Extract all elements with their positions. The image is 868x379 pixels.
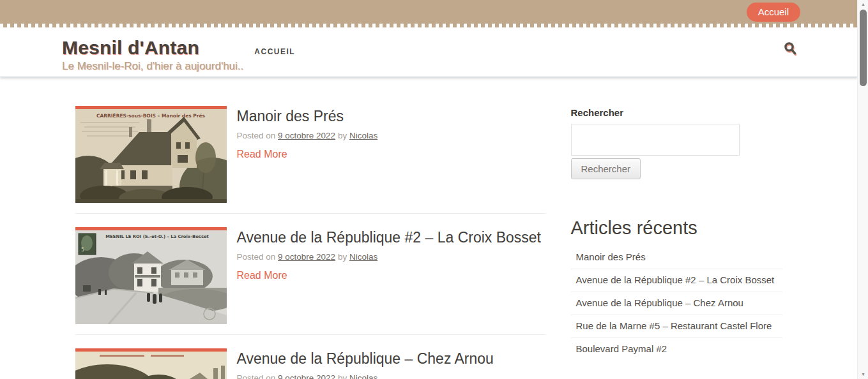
main-nav: ACCUEIL: [254, 45, 295, 57]
top-bar: Accueil: [0, 0, 857, 24]
post-date-link[interactable]: 9 octobre 2022: [278, 373, 335, 379]
post-date-link[interactable]: 9 octobre 2022: [278, 252, 335, 262]
list-item: Avenue de la République – Chez Arnou: [571, 292, 782, 315]
read-more-link[interactable]: Read More: [237, 149, 287, 160]
list-item: Rue de la Marne #5 – Restaurant Castel F…: [571, 315, 782, 338]
post-author-link[interactable]: Nicolas: [349, 252, 377, 262]
svg-text:MESNIL LE ROI (S.-et-O.) – L: MESNIL LE ROI (S.-et-O.) – La Croix-Boss…: [105, 234, 209, 239]
by-label: by: [338, 131, 347, 140]
post-item: Avenue de la République – Chez Arnou Pos…: [75, 348, 545, 379]
postcard-image-chez-arnou: [75, 352, 227, 379]
sidebar-search-label: Rechercher: [571, 107, 782, 118]
post-item: MESNIL LE ROI (S.-et-O.) – La Croix-Boss…: [75, 227, 545, 335]
recent-articles-heading: Articles récents: [571, 218, 782, 239]
recent-post-link[interactable]: Boulevard Paymal #2: [576, 343, 667, 354]
sidebar: Rechercher Rechercher Articles récents M…: [571, 106, 782, 379]
post-author-link[interactable]: Nicolas: [349, 131, 377, 140]
post-meta: Posted on 9 octobre 2022 by Nicolas: [237, 373, 494, 379]
search-icon[interactable]: [784, 42, 799, 60]
post-list: CARRIÈRES-sous-BOIS – Manoir des Prés: [75, 106, 545, 379]
recent-articles-list: Manoir des Prés Avenue de la République …: [571, 246, 782, 360]
scrollbar-up-arrow[interactable]: ▲: [858, 0, 868, 9]
by-label: by: [338, 373, 347, 379]
post-title[interactable]: Manoir des Prés: [237, 107, 378, 126]
post-thumbnail[interactable]: [75, 348, 227, 379]
post-title[interactable]: Avenue de la République – Chez Arnou: [237, 350, 494, 368]
by-label: by: [338, 252, 347, 262]
recent-post-link[interactable]: Rue de la Marne #5 – Restaurant Castel F…: [576, 320, 772, 331]
site-header: Mesnil d'Antan Le Mesnil-le-Roi, d'hier …: [0, 27, 857, 77]
posted-on-label: Posted on: [237, 252, 276, 262]
postcard-image-manoir: CARRIÈRES-sous-BOIS – Manoir des Prés: [75, 109, 227, 203]
site-tagline: Le Mesnil-le-Roi, d'hier à aujourd'hui..: [62, 60, 243, 73]
posted-on-label: Posted on: [237, 131, 276, 140]
site-title[interactable]: Mesnil d'Antan: [62, 37, 243, 58]
post-meta: Posted on 9 octobre 2022 by Nicolas: [237, 252, 542, 262]
search-widget: Rechercher Rechercher: [571, 107, 782, 179]
site-branding: Mesnil d'Antan Le Mesnil-le-Roi, d'hier …: [58, 27, 243, 73]
scrollbar-down-arrow[interactable]: ▼: [858, 370, 868, 379]
recent-post-link[interactable]: Avenue de la République #2 – La Croix Bo…: [576, 274, 775, 285]
recent-post-link[interactable]: Avenue de la République – Chez Arnou: [576, 297, 743, 308]
topbar-accueil-button[interactable]: Accueil: [747, 3, 800, 22]
list-item: Boulevard Paymal #2: [571, 338, 782, 360]
scrollbar-thumb[interactable]: [860, 10, 867, 86]
recent-post-link[interactable]: Manoir des Prés: [576, 251, 646, 262]
post-meta: Posted on 9 octobre 2022 by Nicolas: [237, 131, 378, 140]
post-author-link[interactable]: Nicolas: [349, 373, 377, 379]
read-more-link[interactable]: Read More: [237, 270, 287, 281]
svg-text:5: 5: [81, 247, 84, 253]
post-thumbnail[interactable]: CARRIÈRES-sous-BOIS – Manoir des Prés: [75, 106, 227, 203]
sidebar-search-input[interactable]: [571, 124, 740, 156]
list-item: Avenue de la République #2 – La Croix Bo…: [571, 269, 782, 292]
sidebar-search-button[interactable]: Rechercher: [571, 158, 641, 179]
nav-item-accueil[interactable]: ACCUEIL: [254, 47, 295, 56]
post-item: CARRIÈRES-sous-BOIS – Manoir des Prés: [75, 106, 545, 214]
posted-on-label: Posted on: [237, 373, 276, 379]
post-thumbnail[interactable]: MESNIL LE ROI (S.-et-O.) – La Croix-Boss…: [75, 227, 227, 324]
postcard-image-croix-bosset: MESNIL LE ROI (S.-et-O.) – La Croix-Boss…: [75, 230, 227, 324]
list-item: Manoir des Prés: [571, 246, 782, 269]
post-title[interactable]: Avenue de la République #2 – La Croix Bo…: [237, 228, 542, 247]
post-date-link[interactable]: 9 octobre 2022: [278, 131, 335, 140]
search-icon-glyph: [784, 42, 798, 57]
page-root: Accueil Mesnil d'Antan Le Mesnil-le-Roi,…: [0, 0, 857, 379]
svg-text:CARRIÈRES-sous-BOIS – Manoir: CARRIÈRES-sous-BOIS – Manoir des Prés: [96, 113, 205, 119]
page-scrollbar[interactable]: ▲ ▼: [857, 0, 868, 379]
